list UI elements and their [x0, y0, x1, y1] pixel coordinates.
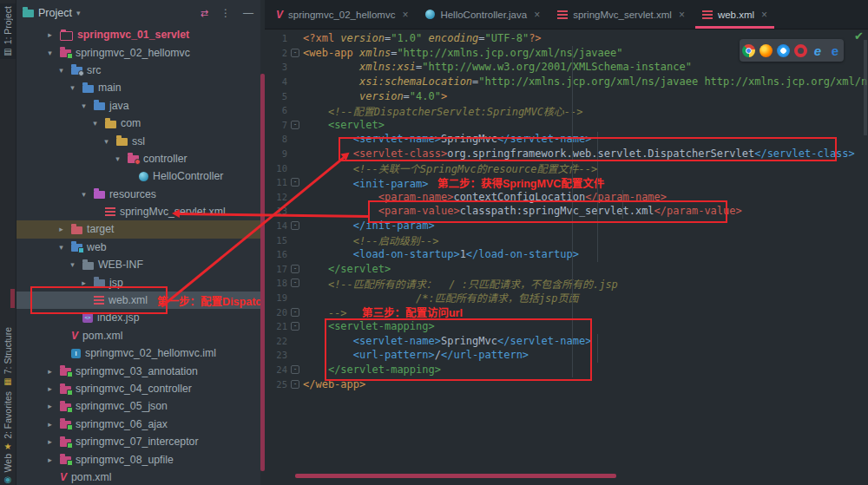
tree-item-index-jsp[interactable]: <>index.jsp [16, 309, 260, 326]
fold-marker-icon[interactable]: - [291, 365, 299, 374]
tree-item-springmvc-01-servlet[interactable]: ▸springmvc_01_servlet [16, 26, 260, 43]
fold-marker-icon[interactable]: - [291, 322, 299, 331]
tree-chevron-icon[interactable]: ▾ [56, 243, 67, 252]
editor-tab-springmvc-02-hellomvc[interactable]: Vspringmvc_02_hellomvc× [267, 0, 417, 29]
tree-item-springmvc-02-hellomvc-iml[interactable]: Ispringmvc_02_hellomvc.iml [16, 344, 260, 362]
tree-item-controller[interactable]: ▾controller [16, 150, 260, 167]
opera-browser-icon[interactable] [794, 44, 807, 57]
tree-item-web-xml[interactable]: web.xml第一步：配置DispatchServlet [16, 292, 260, 309]
tree-chevron-icon[interactable]: ▸ [78, 279, 89, 287]
tree-chevron-icon[interactable]: ▾ [56, 66, 67, 75]
code-text: <servlet-name>SpringMvc</servlet-name> [303, 133, 591, 145]
tree-item-springmvc-04-controller[interactable]: ▸springmvc_04_controller [16, 380, 260, 397]
syntax-txt: SpringMvc [441, 335, 497, 347]
tool-window-button--structure[interactable]: 7: Structure▦ [0, 324, 16, 389]
tree-item-hellocontroller[interactable]: HelloController [16, 167, 260, 185]
close-tab-icon[interactable]: × [534, 9, 540, 21]
tree-item-springmvc-08-upfile[interactable]: ▸springmvc_08_upfile [16, 450, 260, 468]
red-annotation-text: 第二步：获得SpringMVC配置文件 [429, 178, 605, 190]
tree-item-label: index.jsp [97, 311, 140, 324]
tree-item-ssl[interactable]: ▾ssl [16, 132, 260, 149]
tree-item-com[interactable]: ▾com [16, 115, 260, 132]
tool-window-button-web[interactable]: Web◉ [0, 451, 16, 485]
fold-marker-icon[interactable]: - [291, 49, 299, 57]
tree-chevron-icon[interactable]: ▸ [44, 367, 56, 376]
tree-item-jsp[interactable]: ▸jsp [16, 273, 260, 291]
ie-browser-icon[interactable]: e [812, 44, 825, 57]
syntax-txt [303, 61, 359, 73]
tree-chevron-icon[interactable]: ▸ [44, 384, 56, 393]
syntax-tag4: <param-name> [378, 191, 454, 203]
chevron-down-icon[interactable]: ▾ [76, 9, 81, 17]
tool-window-button--favorites[interactable]: 2: Favorites★ [0, 389, 16, 454]
syntax-txt [303, 235, 353, 247]
firefox-browser-icon[interactable] [760, 44, 773, 57]
editor-horizontal-scrollbar[interactable] [295, 474, 616, 478]
tree-item-resources[interactable]: ▾resources [16, 186, 260, 203]
tree-item-springmvc-servlet-xml[interactable]: springMvc_servlet.xml [16, 203, 260, 220]
syntax-str: "http://www.w3.org/2001/XMLSchema-instan… [422, 61, 692, 73]
locate-icon[interactable]: ⇄ [201, 8, 208, 19]
fold-gutter: - [287, 322, 303, 331]
tree-chevron-icon[interactable]: ▸ [44, 30, 56, 39]
editor-vertical-scrollbar[interactable] [864, 40, 867, 135]
editor-tab-web-xml[interactable]: web.xml× [694, 0, 776, 29]
tree-item-web[interactable]: ▾web [16, 239, 260, 256]
tree-chevron-icon[interactable]: ▾ [67, 260, 78, 269]
tree-chevron-icon[interactable]: ▸ [56, 225, 67, 233]
code-line-7: 7- <servlet> [265, 118, 868, 133]
tree-item-springmvc-03-annotation[interactable]: ▸springmvc_03_annotation [16, 362, 260, 379]
tree-chevron-icon[interactable]: ▸ [44, 456, 56, 464]
close-tab-icon[interactable]: × [679, 9, 685, 21]
project-panel-scrollbar[interactable] [260, 74, 265, 471]
tree-chevron-icon[interactable]: ▸ [44, 420, 56, 429]
tree-chevron-icon[interactable]: ▾ [89, 119, 101, 128]
close-tab-icon[interactable]: × [761, 9, 767, 21]
tree-chevron-icon[interactable]: ▾ [78, 102, 89, 110]
editor-tab-hellocontroller-java[interactable]: HelloController.java× [417, 0, 549, 29]
tree-item-java[interactable]: ▾java [16, 97, 260, 115]
fold-marker-icon[interactable]: - [291, 380, 299, 389]
tree-item-target[interactable]: ▸target [16, 220, 260, 238]
tree-item-pom-xml[interactable]: Vpom.xml [16, 469, 260, 485]
tree-item-springmvc-07-interceptor[interactable]: ▸springmvc_07_interceptor [16, 433, 260, 450]
tree-item-pom-xml[interactable]: Vpom.xml [16, 327, 260, 344]
tree-chevron-icon[interactable]: ▸ [44, 402, 56, 410]
hide-panel-icon[interactable]: — [243, 7, 253, 19]
more-options-icon[interactable]: ⋮ [220, 7, 231, 19]
editor-tab-springmvc-servlet-xml[interactable]: springMvc_servlet.xml× [549, 0, 694, 29]
chrome-browser-icon[interactable] [742, 44, 755, 57]
fold-marker-icon[interactable]: - [291, 221, 299, 230]
java-class-icon [139, 172, 148, 181]
tree-chevron-icon[interactable]: ▾ [44, 49, 56, 57]
tree-item-springmvc-06-ajax[interactable]: ▸springmvc_06_ajax [16, 416, 260, 433]
tree-item-springmvc-02-hellomvc[interactable]: ▾springmvc_02_hellomvc [16, 43, 260, 61]
fold-marker-icon[interactable]: - [291, 178, 299, 187]
fold-marker-icon[interactable]: - [291, 265, 299, 273]
code-area[interactable]: 1<?xml version="1.0" encoding="UTF-8"?>2… [265, 31, 868, 391]
tree-item-src[interactable]: ▾src [16, 62, 260, 79]
safari-browser-icon[interactable] [777, 44, 790, 57]
syntax-txt [422, 32, 428, 44]
tree-item-web-inf[interactable]: ▾WEB-INF [16, 256, 260, 273]
syntax-txt [303, 191, 378, 203]
tree-chevron-icon[interactable]: ▾ [112, 154, 123, 163]
tool-window-label: 7: Structure [3, 327, 13, 374]
red-annotation-text: 第三步：配置访问url [347, 307, 463, 319]
tree-item-springmvc-05-json[interactable]: ▸springmvc_05_json [16, 397, 260, 415]
close-tab-icon[interactable]: × [402, 9, 408, 21]
tool-window-button--project[interactable]: 1: Project▤ [0, 3, 16, 59]
fold-marker-icon[interactable]: - [291, 308, 299, 317]
tree-chevron-icon[interactable]: ▾ [67, 83, 78, 92]
tree-item-main[interactable]: ▾main [16, 79, 260, 96]
folder-icon [60, 439, 71, 447]
tree-chevron-icon[interactable]: ▾ [101, 137, 112, 146]
fold-marker-icon[interactable]: - [291, 279, 299, 287]
edge-browser-icon[interactable]: e [829, 44, 842, 57]
tree-chevron-icon[interactable]: ▾ [78, 190, 89, 199]
editor-pane[interactable]: Vspringmvc_02_hellomvc×HelloController.j… [265, 0, 868, 485]
line-number: 24 [265, 364, 287, 375]
tool-window-label: 1: Project [3, 6, 13, 44]
tree-chevron-icon[interactable]: ▸ [44, 437, 56, 446]
fold-marker-icon[interactable]: - [291, 121, 299, 129]
